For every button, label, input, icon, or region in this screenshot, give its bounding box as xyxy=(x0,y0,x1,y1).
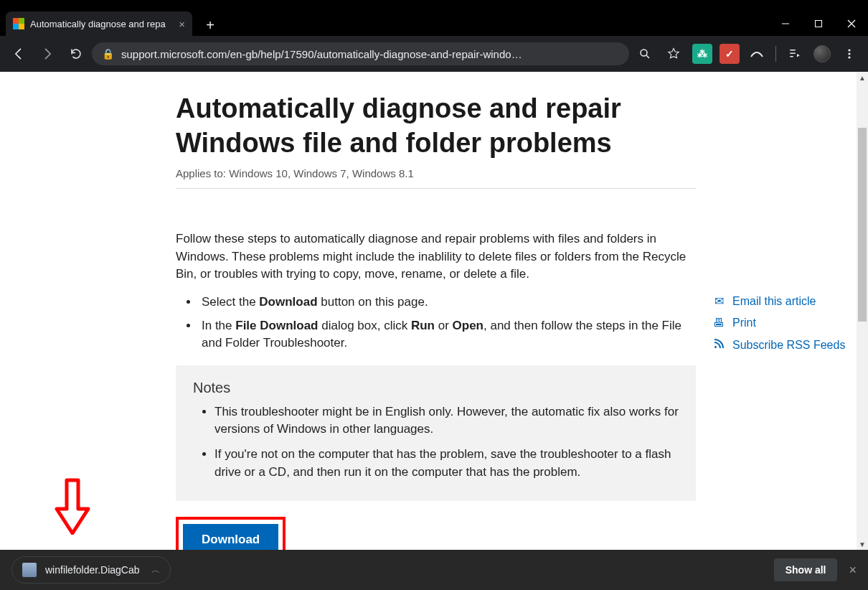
tab-title: Automatically diagnose and repa xyxy=(30,19,173,29)
step-1: Select the Download button on this page. xyxy=(199,294,696,312)
extension-1[interactable]: ⁂ xyxy=(689,41,715,67)
vertical-scrollbar[interactable]: ▲ ▼ xyxy=(857,72,868,550)
maximize-button[interactable] xyxy=(802,11,835,36)
note-2: If you're not on the computer that has t… xyxy=(214,446,679,481)
notes-box: Notes This troubleshooter might be in En… xyxy=(176,365,696,502)
extension-2[interactable]: ✓ xyxy=(717,41,742,67)
download-button[interactable]: Download xyxy=(183,524,278,550)
close-window-button[interactable] xyxy=(835,11,868,36)
intro-paragraph: Follow these steps to automatically diag… xyxy=(176,230,696,284)
svg-point-12 xyxy=(714,346,717,348)
browser-tab[interactable]: Automatically diagnose and repa × xyxy=(6,11,192,36)
show-all-downloads-button[interactable]: Show all xyxy=(774,558,838,581)
back-button[interactable] xyxy=(6,41,32,67)
window-titlebar xyxy=(0,0,868,6)
address-bar[interactable]: 🔒 support.microsoft.com/en-gb/help/17590… xyxy=(92,42,629,65)
svg-line-5 xyxy=(646,55,649,58)
toolbar-separator xyxy=(775,46,776,62)
svg-point-9 xyxy=(848,49,850,51)
downloads-bar: winfilefolder.DiagCab ︿ Show all × xyxy=(0,550,868,590)
window-controls xyxy=(769,11,868,36)
media-control-icon[interactable] xyxy=(782,41,808,67)
svg-point-10 xyxy=(848,52,850,55)
notes-heading: Notes xyxy=(193,380,679,396)
microsoft-logo-icon xyxy=(13,18,24,29)
scroll-down-arrow-icon[interactable]: ▼ xyxy=(857,538,868,550)
svg-point-11 xyxy=(848,56,850,58)
download-item[interactable]: winfilefolder.DiagCab ︿ xyxy=(11,556,171,584)
annotation-arrow-icon xyxy=(55,477,90,535)
note-1: This troubleshooter might be in English … xyxy=(214,403,679,439)
page-title: Automatically diagnose and repair Window… xyxy=(176,92,696,160)
rss-icon xyxy=(712,338,725,352)
step-2: In the File Download dialog box, click R… xyxy=(199,317,696,352)
download-highlight-box: Download xyxy=(176,517,286,550)
new-tab-button[interactable]: + xyxy=(199,14,221,36)
extension-3[interactable] xyxy=(744,41,770,67)
steps-list: Select the Download button on this page.… xyxy=(199,294,696,352)
close-tab-button[interactable]: × xyxy=(179,18,185,30)
tab-strip: Automatically diagnose and repa × + xyxy=(0,6,868,36)
page-viewport: Automatically diagnose and repair Window… xyxy=(0,72,868,550)
svg-rect-6 xyxy=(790,50,796,51)
svg-point-4 xyxy=(641,50,647,56)
lock-icon: 🔒 xyxy=(102,48,114,60)
profile-avatar[interactable] xyxy=(809,41,835,67)
menu-button[interactable] xyxy=(836,41,862,67)
zoom-icon[interactable] xyxy=(632,41,658,67)
rss-link[interactable]: Subscribe RSS Feeds xyxy=(712,338,845,352)
minimize-button[interactable] xyxy=(769,11,802,36)
forward-button[interactable] xyxy=(34,41,60,67)
file-icon xyxy=(22,563,37,577)
chevron-up-icon[interactable]: ︿ xyxy=(151,564,160,576)
scroll-up-arrow-icon[interactable]: ▲ xyxy=(857,72,868,83)
article: Automatically diagnose and repair Window… xyxy=(176,92,696,550)
svg-rect-7 xyxy=(790,53,796,55)
bookmark-star-icon[interactable] xyxy=(661,41,687,67)
scrollbar-thumb[interactable] xyxy=(858,128,867,322)
svg-rect-8 xyxy=(790,56,793,57)
action-rail: ✉Email this article 🖶Print Subscribe RSS… xyxy=(712,294,845,361)
reload-button[interactable] xyxy=(63,41,89,67)
extensions-area: ⁂ ✓ xyxy=(689,41,862,67)
email-article-link[interactable]: ✉Email this article xyxy=(712,294,845,308)
applies-to: Applies to: Windows 10, Windows 7, Windo… xyxy=(176,167,696,189)
svg-rect-1 xyxy=(816,21,822,27)
close-downloads-bar-button[interactable]: × xyxy=(849,563,857,578)
mail-icon: ✉ xyxy=(712,294,725,308)
print-icon: 🖶 xyxy=(712,317,725,329)
download-filename: winfilefolder.DiagCab xyxy=(45,564,140,576)
browser-toolbar: 🔒 support.microsoft.com/en-gb/help/17590… xyxy=(0,36,868,72)
url-text: support.microsoft.com/en-gb/help/17590/a… xyxy=(121,48,619,60)
print-link[interactable]: 🖶Print xyxy=(712,317,845,329)
